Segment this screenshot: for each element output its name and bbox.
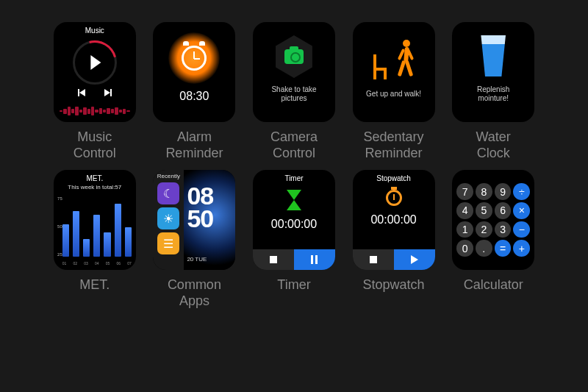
play-icon [411,255,418,264]
calc-key-.[interactable]: . [476,240,492,257]
watchface-date: 20 TUE [187,256,207,263]
calc-key-−[interactable]: − [513,221,530,238]
label-camera: Camera Control [270,129,318,161]
calc-key-=[interactable]: = [495,240,512,257]
calc-key-8[interactable]: 8 [476,183,492,200]
label-apps: Common Apps [168,277,221,309]
weather-app-icon[interactable]: ☀ [157,207,179,229]
music-progress-ring [73,40,117,85]
tile-music[interactable]: Music Music Control [51,22,138,161]
tile-timer[interactable]: Timer 00:00:00 Timer [251,170,337,309]
alarm-clock-icon [182,46,207,71]
label-sedentary: Sedentary Reminder [364,129,424,161]
prev-track-icon[interactable] [78,89,85,96]
label-alarm: Alarm Reminder [165,129,223,161]
pause-icon [311,255,318,264]
calc-key-×[interactable]: × [513,202,530,219]
calc-key-÷[interactable]: ÷ [513,183,530,200]
met-bar [93,215,100,257]
watchface-earth: 0850 20 TUE [184,170,235,270]
calc-key-0[interactable]: 0 [456,240,473,257]
stopwatch-start-button[interactable] [394,249,435,270]
waveform-icon [60,106,130,116]
sedentary-caption: Get up and walk! [366,90,421,99]
tile-met[interactable]: MET. This week in total:57 755025 010203… [51,170,138,309]
watch-met: MET. This week in total:57 755025 010203… [54,170,136,270]
timer-pause-button[interactable] [294,249,335,270]
met-subtitle: This week in total:57 [68,184,121,190]
calculator-keypad: 789÷456×123−0.=+ [452,170,534,270]
watch-music: Music [54,22,136,122]
stop-icon [270,256,277,263]
alarm-glow [168,32,220,84]
stopwatch-icon [386,190,402,206]
tile-sedentary[interactable]: Get up and walk! Sedentary Reminder [351,22,437,161]
apps-header: Recently [156,173,181,179]
met-bar [73,211,79,257]
camera-icon [284,49,304,64]
stopwatch-stop-button[interactable] [353,249,394,270]
met-bar [83,239,90,257]
hourglass-icon [287,190,301,210]
watch-alarm: 08:30 [153,22,235,122]
calc-key-6[interactable]: 6 [495,202,512,219]
watch-water: Replenish mointure! [452,22,534,122]
tile-water[interactable]: Replenish mointure! Water Clock [450,22,537,161]
timer-stop-button[interactable] [253,249,294,270]
watch-timer: Timer 00:00:00 [253,170,335,270]
tile-calculator[interactable]: 789÷456×123−0.=+ Calculator [450,170,537,309]
met-bar [104,232,110,257]
alarm-time: 08:30 [179,90,209,103]
calc-key-9[interactable]: 9 [495,183,512,200]
calc-key-7[interactable]: 7 [456,183,473,200]
tile-stopwatch[interactable]: Stopwatch 00:00:00 Stopwatch [351,170,437,309]
label-timer: Timer [277,277,310,293]
calc-key-4[interactable]: 4 [456,202,473,219]
calc-key-1[interactable]: 1 [456,221,473,238]
play-icon[interactable] [90,55,101,70]
calc-key-3[interactable]: 3 [495,221,512,238]
label-water: Water Clock [476,129,511,161]
met-header: MET. [86,174,103,182]
met-y-axis: 755025 [55,196,62,257]
watch-feature-grid: Music Music Control 08:30 Ala [0,0,588,324]
label-calculator: Calculator [464,277,523,293]
label-music: Music Control [74,129,116,161]
watch-camera: Shake to take pictures [253,22,335,122]
met-bar [62,224,69,257]
stopwatch-header: Stopwatch [376,174,411,182]
calc-key-5[interactable]: 5 [476,202,492,219]
music-header: Music [85,26,104,35]
stopwatch-value: 00:00:00 [370,213,416,227]
calc-key-+[interactable]: + [513,240,530,257]
moon-app-icon[interactable]: ☾ [157,182,179,204]
label-stopwatch: Stopwatch [363,277,425,293]
recent-apps-drawer[interactable]: Recently ☾ ☀ ☰ [153,170,184,270]
camera-caption: Shake to take pictures [271,85,316,103]
tile-alarm[interactable]: 08:30 Alarm Reminder [151,22,238,161]
next-track-icon[interactable] [104,89,112,96]
label-met: MET. [79,277,110,293]
met-bar [125,227,132,257]
timer-value: 00:00:00 [271,218,317,231]
met-bar-chart [62,198,132,257]
water-glass-icon [478,35,508,76]
hexagon-frame [273,35,315,78]
walking-person-icon [394,40,415,79]
met-x-axis: 01020304050607 [62,261,132,266]
tile-apps[interactable]: Recently ☾ ☀ ☰ 0850 20 TUE Common Apps [151,170,238,309]
watch-calculator: 789÷456×123−0.=+ [452,170,534,270]
watch-apps: Recently ☾ ☀ ☰ 0850 20 TUE [153,170,235,270]
calc-key-2[interactable]: 2 [476,221,492,238]
watch-stopwatch: Stopwatch 00:00:00 [353,170,435,270]
stop-icon [370,256,377,263]
watchface-time: 0850 [187,185,213,229]
chair-icon [373,54,390,79]
tile-camera[interactable]: Shake to take pictures Camera Control [251,22,337,161]
met-bar [115,204,121,257]
stack-app-icon[interactable]: ☰ [157,232,179,254]
watch-sedentary: Get up and walk! [353,22,435,122]
timer-header: Timer [284,174,303,182]
water-caption: Replenish mointure! [477,85,509,103]
